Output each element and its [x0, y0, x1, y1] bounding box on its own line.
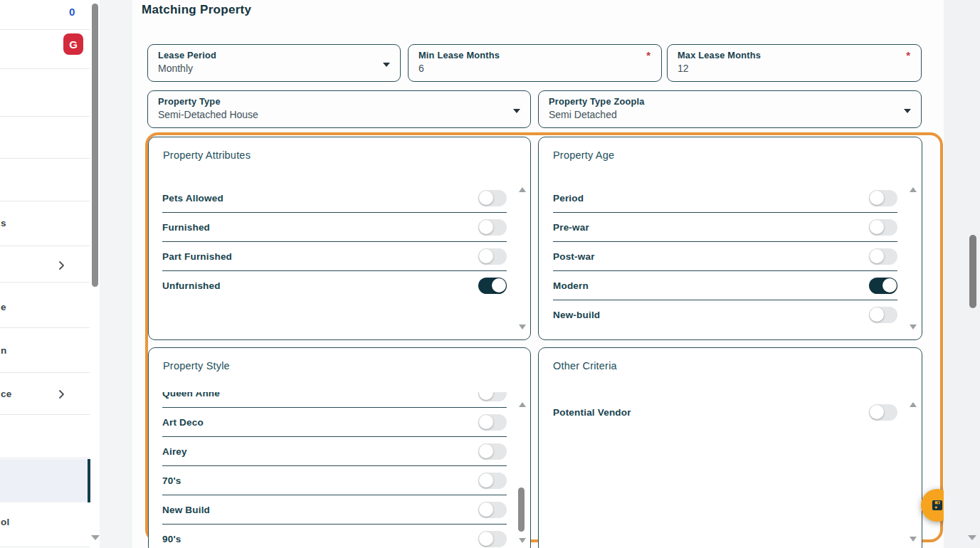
- property-type-select[interactable]: Property Type Semi-Detached House: [147, 90, 531, 128]
- scroll-up-icon[interactable]: [519, 402, 526, 407]
- toggle-label: Pre-war: [553, 222, 589, 233]
- toggle-row: Potential Vendor: [553, 398, 897, 426]
- new-build-style-toggle[interactable]: [478, 502, 507, 518]
- field-label: Min Lease Months: [418, 50, 651, 60]
- toggle-knob: [870, 220, 884, 234]
- sidebar: 0 G s e n ce ol: [0, 0, 100, 548]
- field-label: Max Lease Months: [678, 50, 911, 60]
- page-scrollbar[interactable]: [969, 235, 976, 308]
- toggle-knob: [870, 307, 884, 322]
- toggle-row: Art Deco: [162, 408, 507, 437]
- field-value: Semi Detached: [549, 109, 911, 120]
- panel-property-attributes: Property Attributes Pets Allowed Furnish…: [148, 137, 531, 340]
- toggle-label: Part Furnished: [162, 251, 232, 262]
- divider: [0, 372, 90, 373]
- sidebar-item-label[interactable]: s: [1, 218, 6, 228]
- scroll-down-icon[interactable]: [910, 325, 917, 330]
- page-scroll-gutter: [944, 0, 980, 548]
- toggle-label: 70's: [162, 475, 181, 486]
- pets-allowed-toggle[interactable]: [478, 190, 507, 206]
- pre-war-toggle[interactable]: [869, 219, 897, 236]
- sidebar-item-label[interactable]: e: [1, 302, 6, 312]
- property-style-scroll-area: Queen Anne Art Deco Airey 70's New Build: [162, 392, 507, 548]
- sidebar-item-label[interactable]: ol: [1, 517, 10, 527]
- divider: [0, 68, 90, 69]
- divider: [0, 246, 90, 246]
- avatar[interactable]: G: [63, 33, 83, 55]
- notification-count: 0: [69, 6, 75, 18]
- panel-title: Property Age: [553, 149, 614, 161]
- field-label: Property Type Zoopla: [549, 96, 911, 107]
- scroll-down-icon[interactable]: [519, 325, 526, 330]
- toggle-label: Post-war: [553, 251, 595, 262]
- chevron-down-icon: [513, 109, 520, 113]
- scroll-down-icon[interactable]: [968, 535, 976, 540]
- toggle-label: Art Deco: [162, 417, 204, 428]
- toggle-label: Airey: [162, 446, 187, 457]
- seventies-toggle[interactable]: [478, 473, 507, 489]
- toggle-knob: [492, 278, 506, 293]
- scroll-up-icon[interactable]: [519, 187, 526, 192]
- property-style-scrollbar[interactable]: [518, 488, 525, 532]
- airey-toggle[interactable]: [478, 443, 507, 460]
- panel-property-style: Property Style Queen Anne Art Deco Airey…: [148, 347, 531, 548]
- part-furnished-toggle[interactable]: [478, 248, 507, 265]
- nineties-toggle[interactable]: [478, 531, 507, 547]
- unfurnished-toggle[interactable]: [478, 278, 507, 294]
- modern-toggle[interactable]: [869, 278, 897, 294]
- scroll-up-icon[interactable]: [910, 402, 917, 407]
- property-type-zoopla-select[interactable]: Property Type Zoopla Semi Detached: [538, 90, 922, 128]
- divider: [0, 29, 90, 30]
- scroll-down-icon[interactable]: [91, 535, 100, 540]
- chevron-right-icon[interactable]: [56, 389, 66, 399]
- scroll-down-icon[interactable]: [519, 538, 526, 543]
- scroll-down-icon[interactable]: [910, 537, 917, 542]
- panel-title: Property Attributes: [163, 149, 251, 161]
- new-build-age-toggle[interactable]: [869, 307, 897, 323]
- furnished-toggle[interactable]: [478, 219, 507, 236]
- toggle-row: New Build: [162, 495, 507, 525]
- sidebar-item-selected[interactable]: [0, 459, 90, 502]
- toggle-label: New-build: [553, 310, 600, 320]
- chevron-down-icon: [904, 109, 911, 113]
- divider: [0, 327, 90, 328]
- panel-other-criteria: Other Criteria Potential Vendor: [538, 347, 922, 548]
- field-value: Semi-Detached House: [158, 109, 520, 120]
- max-lease-months-input[interactable]: Max Lease Months 12 *: [667, 44, 922, 82]
- toggle-row: Airey: [162, 437, 507, 466]
- toggle-row: 70's: [162, 466, 507, 495]
- toggle-knob: [479, 502, 493, 517]
- toggle-row: Unfurnished: [162, 271, 507, 300]
- toggle-label: New Build: [162, 505, 210, 515]
- period-toggle[interactable]: [869, 190, 897, 206]
- queen-anne-toggle[interactable]: [478, 392, 507, 401]
- toggle-knob: [479, 249, 493, 263]
- art-deco-toggle[interactable]: [478, 414, 507, 431]
- sidebar-scrollbar[interactable]: [92, 4, 98, 287]
- chevron-down-icon: [383, 63, 390, 67]
- toggle-knob: [870, 191, 884, 205]
- divider: [0, 282, 90, 283]
- min-lease-months-input[interactable]: Min Lease Months 6 *: [408, 44, 662, 82]
- sidebar-item-label[interactable]: ce: [1, 389, 12, 399]
- field-value: Monthly: [158, 63, 390, 74]
- toggle-row: Furnished: [162, 213, 507, 242]
- divider: [0, 458, 90, 458]
- toggle-row: Queen Anne: [162, 392, 507, 408]
- toggle-row: Period: [553, 184, 897, 213]
- scroll-up-icon[interactable]: [910, 187, 917, 192]
- toggle-row: Part Furnished: [162, 242, 507, 271]
- toggle-label: Potential Vendor: [553, 407, 631, 418]
- sidebar-item-label[interactable]: n: [1, 345, 7, 356]
- post-war-toggle[interactable]: [869, 248, 897, 265]
- panel-property-age: Property Age Period Pre-war Post-war Mod…: [538, 137, 922, 340]
- matching-property-section: Matching Property Lease Period Monthly M…: [132, 0, 944, 548]
- lease-period-select[interactable]: Lease Period Monthly: [147, 44, 401, 82]
- toggle-row: 90's: [162, 525, 507, 548]
- toggle-label: Period: [553, 193, 584, 204]
- field-value: 6: [418, 63, 651, 74]
- potential-vendor-toggle[interactable]: [869, 404, 897, 421]
- chevron-right-icon[interactable]: [56, 260, 66, 270]
- divider: [0, 547, 90, 547]
- field-label: Lease Period: [158, 50, 390, 60]
